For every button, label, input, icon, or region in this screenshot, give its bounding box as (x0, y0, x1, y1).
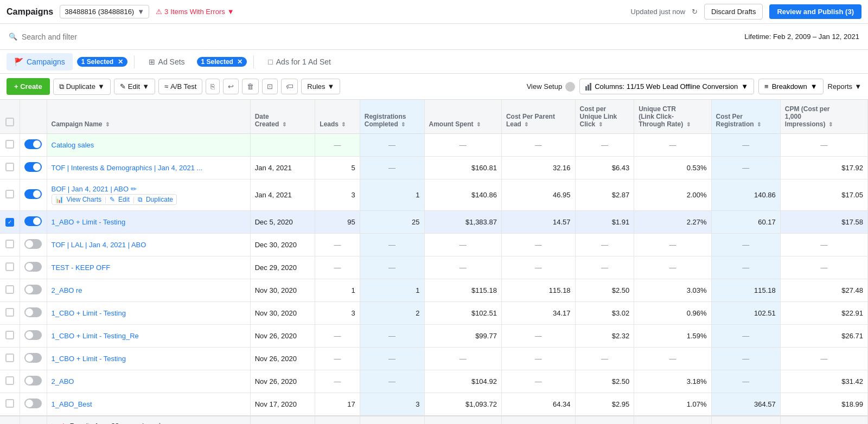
campaign-toggle[interactable] (24, 353, 42, 363)
campaign-name-link[interactable]: 1_CBO + Limit - Testing (52, 309, 126, 317)
campaign-name-cell[interactable]: 1_CBO + Limit - Testing (47, 302, 250, 325)
header-date-created[interactable]: DateCreated ⇕ (250, 100, 315, 134)
header-leads[interactable]: Leads ⇕ (315, 100, 360, 134)
move-button[interactable]: ⊡ (262, 79, 278, 94)
campaigns-deselect-icon[interactable]: ✕ (118, 58, 123, 66)
tab-ads[interactable]: □ Ads for 1 Ad Set (260, 53, 339, 70)
reports-button[interactable]: Reports ▼ (828, 82, 861, 91)
row-checkbox[interactable] (5, 354, 14, 362)
errors-badge[interactable]: ⚠ 3 Items With Errors ▼ (156, 8, 234, 16)
campaign-name-link[interactable]: 1_CBO + Limit - Testing_Re (52, 332, 139, 340)
leads-cell: 5 (315, 157, 360, 179)
header-cpm[interactable]: CPM (Cost per1,000Impressions) ⇕ (780, 100, 867, 134)
campaign-toggle[interactable] (24, 139, 42, 149)
row-checkbox[interactable] (5, 285, 14, 294)
duplicate-button[interactable]: ⧉ Duplicate ▼ (53, 79, 111, 95)
header-cost-registration[interactable]: Cost PerRegistration ⇕ (711, 100, 780, 134)
row-checkbox[interactable] (5, 262, 14, 271)
campaign-name-link[interactable]: 2_ABO (52, 377, 74, 386)
row-checkbox[interactable] (5, 376, 14, 385)
header-cost-per-parent-lead[interactable]: Cost Per ParentLead ⇕ (501, 100, 575, 134)
campaign-name-link[interactable]: 1_ABO_Best (52, 400, 92, 408)
campaign-name-cell[interactable]: TOF | LAL | Jan 4, 2021 | ABO (47, 234, 250, 256)
campaign-name-cell[interactable]: 1_ABO + Limit - Testing (47, 211, 250, 234)
create-button[interactable]: + Create (7, 78, 50, 95)
tab-campaigns[interactable]: 🚩 Campaigns (7, 53, 73, 70)
campaign-name-cell[interactable]: Catalog sales (47, 134, 250, 157)
campaign-name-cell[interactable]: BOF | Jan 4, 2021 | ABO ✏ 📊 View Charts … (47, 179, 250, 211)
campaign-name-cell[interactable]: TOF | Interests & Demographics | Jan 4, … (47, 157, 250, 179)
row-checkbox[interactable] (5, 308, 14, 317)
select-all-checkbox[interactable] (5, 118, 14, 126)
expand-icon[interactable]: ▶ (52, 422, 57, 424)
header-cost-unique-link[interactable]: Cost perUnique LinkClick ⇕ (575, 100, 634, 134)
undo-button[interactable]: ↩ (223, 79, 239, 94)
campaign-name-cell[interactable]: 1_ABO_Best (47, 393, 250, 416)
tab-ad-sets[interactable]: ⊞ Ad Sets (141, 53, 193, 70)
header-unique-ctr[interactable]: Unique CTR(Link Click-Through Rate) ⇕ (634, 100, 711, 134)
header-registrations[interactable]: RegistrationsCompleted ⇕ (360, 100, 424, 134)
row-checkbox[interactable]: ✓ (5, 218, 14, 227)
ad-sets-deselect-icon[interactable]: ✕ (237, 58, 242, 66)
view-setup-button[interactable]: View Setup (527, 82, 576, 92)
campaign-toggle[interactable] (24, 239, 42, 249)
cost-unique-link-cell: — (575, 256, 634, 279)
delete-button[interactable]: 🗑 (242, 79, 259, 94)
ad-sets-selected-badge[interactable]: 1 Selected ✕ (197, 57, 247, 66)
campaign-name-cell[interactable]: 1_CBO + Limit - Testing_Re (47, 325, 250, 348)
edit-row-link[interactable]: Edit (118, 196, 130, 203)
row-checkbox[interactable] (5, 240, 14, 248)
campaign-name-link[interactable]: 1_ABO + Limit - Testing (52, 218, 126, 226)
search-input[interactable] (22, 33, 740, 41)
campaigns-selected-badge[interactable]: 1 Selected ✕ (77, 57, 127, 66)
campaign-toggle[interactable] (24, 399, 42, 408)
refresh-icon[interactable]: ↻ (692, 8, 698, 16)
edit-button[interactable]: ✎ Edit ▼ (114, 79, 155, 94)
campaign-toggle[interactable] (24, 216, 42, 226)
row-checkbox[interactable] (5, 331, 14, 339)
copy-button[interactable]: ⎘ (206, 79, 220, 94)
campaign-name-link[interactable]: TEST - KEEP OFF (52, 264, 111, 272)
campaign-name-link[interactable]: BOF | Jan 4, 2021 | ABO ✏ (52, 185, 137, 193)
review-publish-button[interactable]: Review and Publish (3) (769, 4, 861, 19)
campaign-name-cell[interactable]: 2_ABO (47, 370, 250, 393)
campaign-toggle[interactable] (24, 162, 42, 172)
campaign-name-link[interactable]: 2_ABO re (52, 286, 82, 294)
campaign-name-cell[interactable]: TEST - KEEP OFF (47, 256, 250, 279)
duplicate-row-link[interactable]: Duplicate (146, 196, 173, 203)
row-checkbox[interactable] (5, 190, 14, 198)
row-checkbox[interactable] (5, 163, 14, 171)
row-checkbox[interactable] (5, 399, 14, 408)
campaign-name-link[interactable]: TOF | LAL | Jan 4, 2021 | ABO (52, 241, 146, 249)
row-checkbox[interactable] (5, 140, 14, 149)
header-campaign-name[interactable]: Campaign Name ⇕ (47, 100, 250, 134)
campaign-name-link[interactable]: Catalog sales (52, 141, 94, 149)
leads-cell: 1 (315, 279, 360, 302)
sort-icon: ⇕ (282, 121, 286, 127)
error-label: Items With Errors (170, 8, 225, 16)
campaign-name-link[interactable]: 1_CBO + Limit - Testing (52, 355, 126, 363)
campaign-name-cell[interactable]: 1_CBO + Limit - Testing (47, 348, 250, 370)
discard-drafts-button[interactable]: Discard Drafts (704, 4, 763, 20)
campaign-name-cell[interactable]: 2_ABO re (47, 279, 250, 302)
breakdown-icon: ≡ (764, 82, 769, 91)
tag-button[interactable]: 🏷 (281, 79, 298, 94)
campaign-toggle[interactable] (24, 285, 42, 294)
sort-icon: ⇕ (341, 121, 346, 127)
campaign-toggle[interactable] (24, 307, 42, 317)
campaign-name-link[interactable]: TOF | Interests & Demographics | Jan 4, … (52, 164, 203, 172)
ab-test-button[interactable]: ≈ A/B Test (158, 79, 202, 94)
registrations-cell: — (360, 325, 424, 348)
table-row: 1_CBO + Limit - Testing_ReNov 26, 2020——… (0, 325, 868, 348)
campaign-toggle[interactable] (24, 189, 42, 199)
campaign-toggle[interactable] (24, 262, 42, 272)
view-charts-link[interactable]: View Charts (67, 196, 101, 203)
campaign-toggle[interactable] (24, 376, 42, 386)
account-selector[interactable]: 38488816 (38488816) ▼ (60, 5, 149, 18)
rules-button[interactable]: Rules ▼ (301, 79, 340, 94)
header-amount-spent[interactable]: Amount Spent ⇕ (424, 100, 501, 134)
row-toggle-cell (20, 393, 47, 416)
breakdown-button[interactable]: ≡ Breakdown ▼ (758, 79, 824, 94)
columns-button[interactable]: Columns: 11/15 Web Lead Offline Conversi… (579, 79, 754, 94)
campaign-toggle[interactable] (24, 330, 42, 340)
